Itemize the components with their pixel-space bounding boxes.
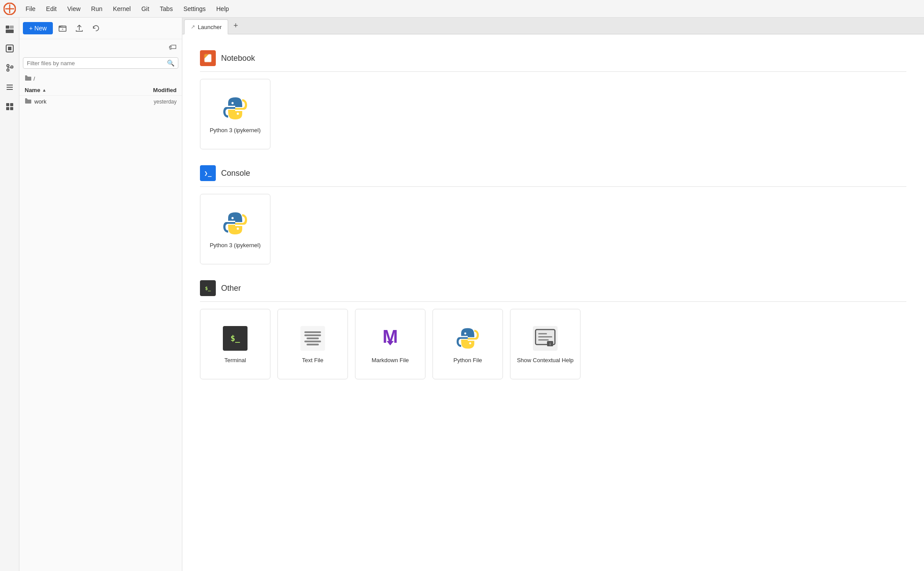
menu-view[interactable]: View [63,4,85,14]
card-markdown[interactable]: M Markdown File [355,309,425,379]
python-logo-icon-console [221,209,249,237]
menu-settings[interactable]: Settings [179,4,210,14]
app-logo [4,3,16,15]
menu-file[interactable]: File [21,4,40,14]
section-notebook-header: Notebook [200,43,906,72]
activity-running[interactable] [2,41,18,56]
pythonfile-card-icon [454,324,482,352]
other-cards: $_ Terminal Text Fi [200,309,906,379]
notebook-cards: Python 3 (ipykernel) [200,79,906,149]
upload-button[interactable] [72,21,86,35]
sidebar-toolbar: + New + [19,18,182,39]
new-folder-button[interactable]: + [55,21,70,35]
notebook-section-icon [200,50,216,66]
activity-bar [0,18,19,571]
refresh-button[interactable] [89,21,103,35]
search-box: 🔍 [23,57,178,69]
console-section-icon: ❯_ [200,165,216,181]
card-textfile[interactable]: Text File [277,309,348,379]
section-console-header: ❯_ Console [200,158,906,187]
folder-icon-breadcrumb [25,75,32,82]
activity-extensions[interactable] [2,99,18,115]
file-modified-work: yesterday [124,99,177,105]
card-pythonfile[interactable]: Python File [432,309,503,379]
search-area: 🔍 [19,56,182,72]
card-contextualhelp[interactable]: i Show Contextual Help [510,309,580,379]
right-panel: ↗ Launcher + Notebook [182,18,924,571]
svg-rect-2 [6,30,14,33]
card-terminal[interactable]: $_ Terminal [200,309,270,379]
card-contexthelp-label: Show Contextual Help [517,357,574,364]
sidebar-tag-area: 🏷 [19,39,182,56]
tab-add-button[interactable]: + [229,19,242,33]
search-icon: 🔍 [167,59,174,67]
svg-rect-12 [6,103,9,106]
markdown-card-icon: M [376,324,404,352]
file-row-work[interactable]: work yesterday [19,96,182,108]
svg-point-27 [464,332,466,334]
contexthelp-card-icon: i [531,324,559,352]
svg-point-6 [7,65,9,67]
svg-text:i: i [550,342,551,346]
activity-toc[interactable] [2,79,18,95]
python-logo-icon [221,94,249,122]
svg-point-23 [232,217,234,219]
sidebar: + New + [19,18,182,571]
textfile-card-icon [299,324,327,352]
search-input[interactable] [27,60,164,67]
tab-icon-launcher: ↗ [191,24,195,30]
svg-point-22 [237,112,239,115]
svg-rect-5 [8,47,11,50]
menu-kernel[interactable]: Kernel [108,4,135,14]
svg-rect-15 [10,107,13,110]
tab-label-launcher: Launcher [198,24,222,30]
activity-git[interactable] [2,60,18,76]
menubar: File Edit View Run Kernel Git Tabs Setti… [0,0,924,18]
svg-rect-31 [538,336,552,337]
card-terminal-label: Terminal [224,357,246,364]
breadcrumb: / [19,72,182,85]
breadcrumb-text: / [33,75,35,82]
menu-git[interactable]: Git [137,4,154,14]
console-cards: Python 3 (ipykernel) [200,194,906,264]
tab-launcher[interactable]: ↗ Launcher [184,19,228,34]
sort-arrow-icon: ▲ [42,88,46,93]
svg-rect-32 [538,339,549,341]
svg-point-21 [232,102,234,104]
menu-tabs[interactable]: Tabs [155,4,177,14]
svg-rect-30 [538,333,547,334]
svg-rect-14 [6,107,9,110]
card-textfile-label: Text File [302,357,323,364]
menu-help[interactable]: Help [212,4,233,14]
other-section-icon: $_ [200,280,216,296]
launcher-content: Notebook Python 3 (ipykernel) [182,34,924,571]
file-list-header: Name ▲ Modified [19,85,182,96]
section-console-title: Console [221,169,250,178]
card-markdown-label: Markdown File [372,357,409,364]
menu-run[interactable]: Run [87,4,107,14]
svg-rect-3 [10,26,14,29]
file-name-work: work [34,98,46,105]
header-name[interactable]: Name ▲ [25,87,120,93]
card-notebook-python3-label: Python 3 (ipykernel) [210,127,261,134]
section-other-title: Other [221,284,241,293]
svg-point-24 [237,227,239,230]
svg-text:+: + [62,27,64,31]
card-console-python3-label: Python 3 (ipykernel) [210,242,261,249]
svg-point-7 [7,69,9,71]
tag-icon[interactable]: 🏷 [169,43,177,52]
activity-files[interactable] [2,21,18,37]
menu-edit[interactable]: Edit [42,4,61,14]
terminal-card-icon: $_ [221,324,249,352]
svg-rect-1 [6,26,9,29]
section-notebook-title: Notebook [221,54,255,63]
card-notebook-python3[interactable]: Python 3 (ipykernel) [200,79,270,149]
new-button[interactable]: + New [23,22,53,34]
main-layout: + New + [0,18,924,571]
tab-bar: ↗ Launcher + [182,18,924,34]
header-modified[interactable]: Modified [124,87,177,93]
file-row-name: work [25,98,120,105]
section-other-header: $_ Other [200,273,906,302]
folder-icon-row [25,98,32,105]
card-console-python3[interactable]: Python 3 (ipykernel) [200,194,270,264]
